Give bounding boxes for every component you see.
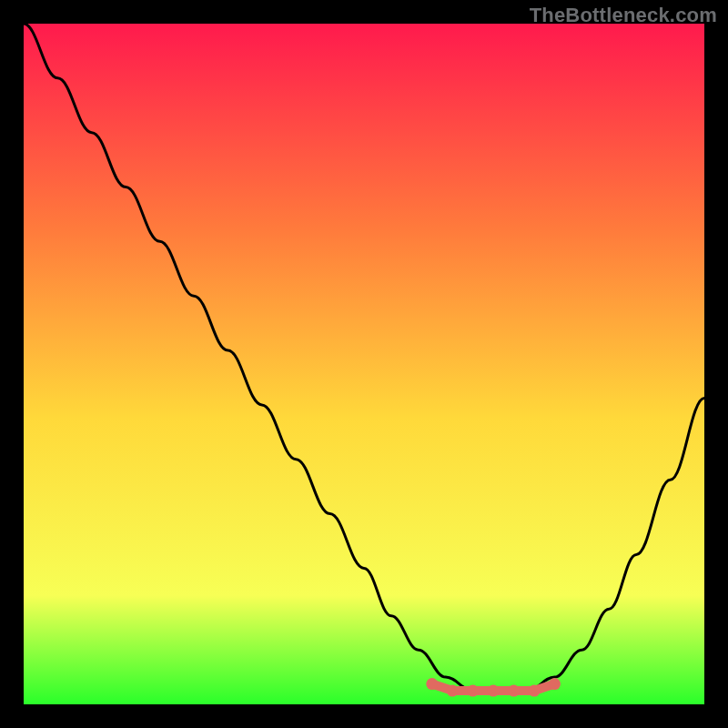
gradient-background (24, 24, 704, 704)
optimal-marker (508, 685, 520, 697)
optimal-marker (488, 685, 500, 697)
chart-svg (24, 24, 704, 704)
optimal-marker (467, 685, 479, 697)
optimal-marker (549, 678, 561, 690)
chart-container: TheBottleneck.com (0, 0, 728, 728)
optimal-marker (447, 685, 459, 697)
optimal-marker (529, 685, 541, 697)
optimal-marker (426, 678, 438, 690)
plot-area (24, 24, 704, 704)
